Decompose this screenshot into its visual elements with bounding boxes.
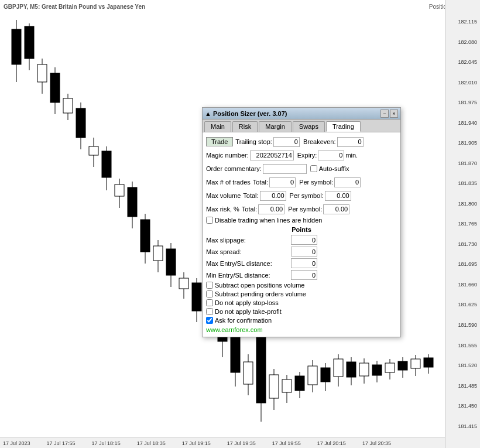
price-axis: 182.115 182.080 182.045 182.010 181.975 …	[445, 0, 480, 448]
max-volume-total-label: Total:	[243, 192, 258, 199]
time-label: 17 Jul 19:15	[182, 440, 211, 446]
svg-rect-3	[25, 26, 34, 59]
price-label: 181.940	[447, 120, 479, 126]
dialog-titlebar: ▲ Position Sizer (ver. 3.07) − ×	[203, 108, 400, 119]
price-label: 181.660	[447, 282, 479, 288]
time-label: 17 Jul 2023	[3, 440, 30, 446]
row-trade: Trade Trailing stop: Breakeven:	[206, 136, 397, 148]
subtract-open-checkbox[interactable]	[206, 282, 213, 289]
max-volume-per-symbol-input[interactable]	[325, 191, 351, 201]
chart-title: GBPJPY, M5: Great Britain Pound vs Japan…	[4, 4, 145, 10]
svg-rect-29	[192, 283, 201, 311]
auto-suffix-checkbox[interactable]	[310, 165, 317, 172]
row-max-slippage: Max slippage:	[206, 235, 397, 245]
breakeven-input[interactable]	[337, 137, 364, 147]
price-label: 181.590	[447, 322, 479, 328]
disable-trading-checkbox[interactable]	[206, 217, 213, 224]
max-trades-per-symbol-label: Per symbol:	[299, 179, 333, 186]
row-max-entry-sl: Max Entry/SL distance:	[206, 258, 397, 268]
row-commentary: Order commentary: Auto-suffix	[206, 163, 397, 175]
max-spread-label: Max spread:	[206, 248, 291, 255]
max-entry-sl-input[interactable]	[291, 258, 317, 268]
svg-rect-17	[115, 184, 124, 196]
svg-rect-55	[359, 363, 369, 376]
row-min-entry-sl: Min Entry/SL distance:	[206, 270, 397, 280]
dialog-tabs[interactable]: Main Risk Margin Swaps Trading	[203, 119, 400, 132]
auto-suffix-label: Auto-suffix	[319, 165, 349, 172]
position-sizer-dialog: ▲ Position Sizer (ver. 3.07) − × Main Ri…	[202, 107, 401, 337]
max-risk-label: Max risk, %	[206, 206, 239, 213]
price-label: 181.415	[447, 423, 479, 429]
dialog-controls[interactable]: − ×	[380, 110, 398, 118]
svg-rect-1	[12, 29, 21, 64]
svg-rect-9	[63, 98, 73, 113]
price-label: 181.730	[447, 241, 479, 247]
max-risk-total-label: Total:	[242, 206, 257, 213]
row-subtract-open: Subtract open positions volume	[206, 282, 397, 289]
magic-number-input[interactable]	[250, 151, 294, 160]
row-disable-trading: Disable trading when lines are hidden	[206, 217, 397, 224]
max-spread-input[interactable]	[291, 247, 317, 257]
minimize-button[interactable]: −	[380, 110, 389, 118]
row-no-tp: Do not apply take-profit	[206, 308, 397, 315]
ask-confirm-checkbox[interactable]	[206, 317, 213, 324]
row-magic: Magic number: Expiry: min.	[206, 149, 397, 161]
expiry-unit: min.	[345, 152, 358, 159]
min-entry-sl-input[interactable]	[291, 270, 317, 280]
earn-forex-link[interactable]: www.earnforex.com	[206, 326, 397, 333]
price-label: 181.870	[447, 160, 479, 166]
price-label: 182.045	[447, 59, 479, 65]
price-label: 181.555	[447, 343, 479, 348]
time-label: 17 Jul 19:35	[227, 440, 256, 446]
max-risk-total-input[interactable]	[258, 204, 284, 214]
price-label: 181.695	[447, 261, 479, 267]
no-sl-checkbox[interactable]	[206, 299, 213, 306]
price-label: 181.800	[447, 201, 479, 207]
max-slippage-input[interactable]	[291, 235, 317, 245]
svg-rect-59	[385, 363, 395, 372]
min-entry-sl-label: Min Entry/SL distance:	[206, 272, 291, 279]
max-volume-total-input[interactable]	[260, 191, 286, 201]
svg-rect-43	[282, 379, 292, 392]
row-max-volume: Max volume Total: Per symbol:	[206, 190, 397, 201]
subtract-open-label: Subtract open positions volume	[215, 282, 304, 289]
svg-rect-11	[76, 108, 85, 138]
trailing-stop-label: Trailing stop:	[235, 138, 272, 145]
tab-margin[interactable]: Margin	[259, 121, 292, 132]
max-risk-per-symbol-input[interactable]	[323, 204, 349, 214]
no-tp-checkbox[interactable]	[206, 308, 213, 315]
disable-trading-label: Disable trading when lines are hidden	[215, 217, 322, 224]
order-commentary-input[interactable]	[263, 164, 307, 174]
max-trades-per-symbol-input[interactable]	[334, 177, 361, 187]
max-volume-label: Max volume	[206, 192, 241, 199]
tab-trading[interactable]: Trading	[326, 121, 361, 132]
svg-rect-27	[179, 278, 188, 289]
price-label: 181.520	[447, 362, 479, 368]
time-label: 17 Jul 17:55	[47, 440, 76, 446]
time-axis: 17 Jul 2023 17 Jul 17:55 17 Jul 18:15 17…	[0, 437, 445, 448]
row-no-sl: Do not apply stop-loss	[206, 299, 397, 306]
svg-rect-7	[50, 73, 60, 102]
svg-rect-51	[334, 359, 343, 377]
row-max-risk: Max risk, % Total: Per symbol:	[206, 203, 397, 215]
price-label: 182.115	[447, 19, 479, 25]
trade-button[interactable]: Trade	[206, 137, 233, 146]
tab-swaps[interactable]: Swaps	[293, 121, 325, 132]
row-ask-confirm: Ask for confirmation	[206, 317, 397, 324]
svg-rect-23	[153, 246, 163, 261]
close-button[interactable]: ×	[390, 110, 398, 118]
max-trades-total-input[interactable]	[269, 177, 296, 187]
expiry-input[interactable]	[318, 151, 344, 160]
svg-rect-21	[140, 220, 150, 252]
magic-number-label: Magic number:	[206, 152, 249, 159]
trailing-stop-input[interactable]	[273, 137, 300, 147]
subtract-pending-checkbox[interactable]	[206, 290, 213, 297]
tab-risk[interactable]: Risk	[232, 121, 258, 132]
svg-rect-57	[372, 365, 382, 375]
max-slippage-label: Max slippage:	[206, 237, 291, 244]
time-label: 17 Jul 20:35	[362, 440, 391, 446]
dialog-title: ▲ Position Sizer (ver. 3.07)	[205, 110, 287, 117]
max-trades-label: Max # of trades	[206, 179, 251, 186]
tab-main[interactable]: Main	[204, 121, 231, 132]
time-label: 17 Jul 20:15	[317, 440, 346, 446]
